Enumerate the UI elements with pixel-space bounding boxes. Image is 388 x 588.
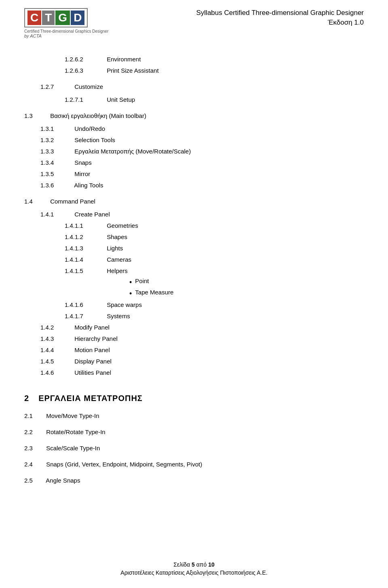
item-1-4-2: 1.4.2 Modify Panel xyxy=(40,323,364,332)
num-1-3-4: 1.3.4 xyxy=(40,158,73,168)
num-1-3-1: 1.3.1 xyxy=(40,124,73,134)
item-1-2-6-3: 1.2.6.3 Print Size Assistant xyxy=(65,66,364,76)
logo-d: D xyxy=(71,10,84,25)
label-1-4-4: Motion Panel xyxy=(74,346,110,353)
num-1-2-7-1: 1.2.7.1 xyxy=(65,95,105,105)
item-2-2: 2.2 Rotate/Rotate Type-In xyxy=(24,427,364,437)
footer-page-prefix: Σελίδα xyxy=(173,561,192,568)
label-2-4: Snaps (Grid, Vertex, Endpoint, Midpoint,… xyxy=(46,461,202,468)
num-1-2-6-2: 1.2.6.2 xyxy=(65,55,105,64)
logo-g: G xyxy=(55,10,70,25)
num-1-4-1-1: 1.4.1.1 xyxy=(65,221,105,231)
num-1-3-5: 1.3.5 xyxy=(40,169,73,179)
item-1-4-1-2: 1.4.1.2 Shapes xyxy=(65,232,364,242)
logo-c: C xyxy=(27,10,41,25)
label-1-3-3: Εργαλεία Μετατροπής (Move/Rotate/Scale) xyxy=(74,148,191,155)
logo-box: C T G D xyxy=(24,8,88,27)
num-1-4-5: 1.4.5 xyxy=(40,357,73,366)
label-1-4-1-1: Geometries xyxy=(107,222,138,229)
item-1-4-1-4: 1.4.1.4 Cameras xyxy=(65,255,364,265)
page-container: C T G D Certified Three-dimensional Grap… xyxy=(0,0,388,588)
num-1-3-2: 1.3.2 xyxy=(40,135,73,145)
num-2-5: 2.5 xyxy=(24,476,44,485)
label-2-5: Angle Snaps xyxy=(46,477,80,484)
footer-page-middle: από xyxy=(195,561,208,568)
num-1-4-1-5: 1.4.1.5 xyxy=(65,266,105,276)
num-1-4-1-6: 1.4.1.6 xyxy=(65,300,105,310)
bullet-label-point: Point xyxy=(135,277,149,284)
item-1-3-5: 1.3.5 Mirror xyxy=(40,169,364,179)
section-2-title: ΕΡΓΑΛΕΙΑ ΜΕΤΑΤΡΟΠΗΣ xyxy=(38,394,143,403)
item-1-4-6: 1.4.6 Utilities Panel xyxy=(40,368,364,378)
footer-page-total: 10 xyxy=(208,561,215,568)
bullet-point: • Point xyxy=(129,277,364,288)
item-1-3-3: 1.3.3 Εργαλεία Μετατροπής (Move/Rotate/S… xyxy=(40,147,364,156)
label-2-1: Move/Move Type-In xyxy=(46,412,99,419)
item-1-3-6: 1.3.6 Aling Tools xyxy=(40,181,364,190)
label-1-4-1-4: Cameras xyxy=(107,256,131,263)
label-1-3-6: Aling Tools xyxy=(74,182,103,189)
label-1-3-4: Snaps xyxy=(74,159,92,166)
label-1-4-5: Display Panel xyxy=(74,358,112,365)
num-1-4-1-7: 1.4.1.7 xyxy=(65,311,105,321)
item-1-2-6-2: 1.2.6.2 Environment xyxy=(65,55,364,64)
header-title-area: Syllabus Certified Three-dimensional Gra… xyxy=(196,8,364,27)
num-1-4-6: 1.4.6 xyxy=(40,368,73,378)
item-1-4-1: 1.4.1 Create Panel xyxy=(40,210,364,219)
logo-tagline: by ACTA xyxy=(24,34,42,38)
header-title-line1: Syllabus Certified Three-dimensional Gra… xyxy=(196,8,364,18)
num-1-4-1-3: 1.4.1.3 xyxy=(65,244,105,253)
label-1-4-2: Modify Panel xyxy=(74,324,110,331)
logo-subtitle: Certified Three-dimensional Graphics Des… xyxy=(24,29,108,34)
content: 1.2.6.2 Environment 1.2.6.3 Print Size A… xyxy=(24,50,364,485)
num-2-3: 2.3 xyxy=(24,443,44,453)
num-1-2-6-3: 1.2.6.3 xyxy=(65,66,105,76)
item-2-5: 2.5 Angle Snaps xyxy=(24,476,364,485)
label-1-3: Βασική εργαλειοθήκη (Main toolbar) xyxy=(50,112,146,119)
bullet-label-tape: Tape Measure xyxy=(135,289,173,296)
label-1-4-3: Hierarchy Panel xyxy=(74,335,118,342)
label-1-4-1: Create Panel xyxy=(74,211,110,218)
footer: Σελίδα 5 από 10 Αριστοτέλειες Καταρτίσει… xyxy=(0,561,388,576)
item-1-4-1-5: 1.4.1.5 Helpers xyxy=(65,266,364,276)
bullet-dot-2: • xyxy=(129,289,132,299)
num-1-3: 1.3 xyxy=(24,111,48,121)
bullet-dot-1: • xyxy=(129,277,132,288)
num-1-2-7: 1.2.7 xyxy=(40,82,73,92)
num-1-4-4: 1.4.4 xyxy=(40,345,73,355)
num-2-4: 2.4 xyxy=(24,460,44,469)
label-2-3: Scale/Scale Type-In xyxy=(46,445,100,452)
item-2-3: 2.3 Scale/Scale Type-In xyxy=(24,443,364,453)
label-1-4-6: Utilities Panel xyxy=(74,369,111,376)
label-1-2-7-1: Unit Setup xyxy=(107,96,135,103)
header-title: Syllabus Certified Three-dimensional Gra… xyxy=(196,8,364,27)
item-2-1: 2.1 Move/Move Type-In xyxy=(24,411,364,421)
item-1-3-4: 1.3.4 Snaps xyxy=(40,158,364,168)
item-1-4-1-6: 1.4.1.6 Space warps xyxy=(65,300,364,310)
num-1-4-1-4: 1.4.1.4 xyxy=(65,255,105,265)
item-1-4: 1.4 Command Panel xyxy=(24,197,364,206)
label-1-2-6-2: Environment xyxy=(107,56,141,63)
bullet-tape-measure: • Tape Measure xyxy=(129,289,364,299)
footer-page-current: 5 xyxy=(192,561,195,568)
item-1-4-3: 1.4.3 Hierarchy Panel xyxy=(40,334,364,344)
logo-t: T xyxy=(42,10,55,25)
num-2-1: 2.1 xyxy=(24,411,44,421)
item-1-4-1-1: 1.4.1.1 Geometries xyxy=(65,221,364,231)
label-1-4-1-2: Shapes xyxy=(107,233,127,240)
footer-org: Αριστοτέλειες Καταρτίσεις Αξιολογήσεις Π… xyxy=(0,569,388,576)
header-title-line2: Έκδοση 1.0 xyxy=(196,18,364,27)
num-1-4-3: 1.4.3 xyxy=(40,334,73,344)
label-1-4-1-3: Lights xyxy=(107,245,123,252)
label-1-4-1-6: Space warps xyxy=(107,301,142,308)
label-1-4: Command Panel xyxy=(50,198,95,205)
item-1-3-2: 1.3.2 Selection Tools xyxy=(40,135,364,145)
label-2-2: Rotate/Rotate Type-In xyxy=(46,428,105,435)
item-1-2-7: 1.2.7 Customize xyxy=(40,82,364,92)
footer-page-info: Σελίδα 5 από 10 xyxy=(0,561,388,568)
item-1-4-5: 1.4.5 Display Panel xyxy=(40,357,364,366)
label-1-4-1-7: Systems xyxy=(107,313,130,319)
label-1-4-1-5: Helpers xyxy=(107,267,128,274)
num-2-2: 2.2 xyxy=(24,427,44,437)
label-1-2-7: Customize xyxy=(74,83,103,90)
